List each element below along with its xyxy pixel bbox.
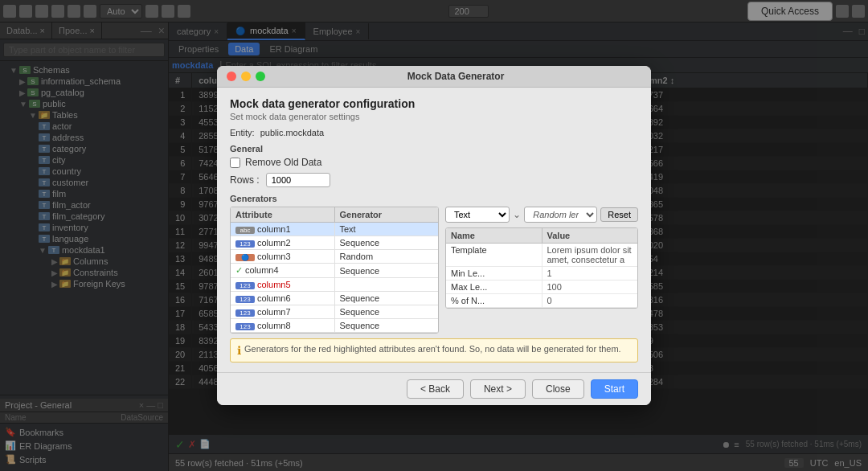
- param-name: Template: [446, 244, 542, 266]
- remove-old-data-row: Remove Old Data: [230, 157, 638, 168]
- col-type-icon: 🔵: [235, 254, 255, 261]
- col-type-icon: 123: [235, 309, 255, 317]
- modal-header: Mock data generator configuration: [230, 97, 638, 110]
- check-icon: ✓: [235, 265, 243, 275]
- params-col-value: Value: [542, 228, 638, 243]
- generators-area: Attribute Generator abccolumn1 Text 123c…: [230, 207, 638, 334]
- gen-row-column2[interactable]: 123column2 Sequence: [231, 236, 438, 250]
- gen-cell-gen: Sequence: [335, 236, 439, 249]
- modal-title: Mock Data Generator: [270, 71, 641, 82]
- param-name: Max Le...: [446, 281, 542, 293]
- gen-cell-gen: Sequence: [335, 264, 439, 277]
- modal-minimize-btn[interactable]: [241, 72, 251, 81]
- generator-table: Attribute Generator abccolumn1 Text 123c…: [230, 207, 439, 334]
- gen-table-header: Attribute Generator: [231, 207, 438, 223]
- param-value[interactable]: Lorem ipsum dolor sit amet, consectetur …: [542, 244, 638, 266]
- remove-old-data-label: Remove Old Data: [245, 157, 321, 168]
- modal-footer: < Back Next > Close Start: [217, 372, 651, 405]
- gen-cell-gen: Sequence: [335, 305, 439, 318]
- param-row-pctn: % of N... 0: [446, 294, 637, 308]
- modal-close-btn[interactable]: [227, 72, 236, 81]
- back-button[interactable]: < Back: [407, 379, 464, 399]
- gen-cell-attr: 123column6: [231, 292, 335, 305]
- col-type-icon: 123: [235, 323, 255, 330]
- gen-cell-attr: ✓column4: [231, 264, 335, 277]
- generators-label: Generators: [230, 194, 638, 203]
- gen-col-generator: Generator: [335, 207, 439, 222]
- close-button[interactable]: Close: [532, 379, 584, 399]
- chevron-icon: ⌄: [513, 209, 521, 220]
- reset-button[interactable]: Reset: [600, 207, 638, 222]
- col-type-icon: abc: [235, 227, 255, 234]
- param-value[interactable]: 100: [542, 281, 638, 293]
- params-table: Name Value Template Lorem ipsum dolor si…: [445, 227, 638, 309]
- param-row-maxle: Max Le... 100: [446, 281, 637, 294]
- modal-dialog: Mock Data Generator Mock data generator …: [217, 66, 651, 405]
- entity-label: Entity:: [230, 128, 255, 137]
- modal-entity: Entity: public.mockdata: [230, 128, 638, 137]
- next-button[interactable]: Next >: [470, 379, 526, 399]
- general-section-label: General: [230, 144, 638, 154]
- gen-cell-gen: [335, 283, 439, 286]
- gen-row-column4[interactable]: ✓column4 Sequence: [231, 264, 438, 278]
- params-col-name: Name: [446, 228, 542, 243]
- warning-text: Generators for the red highlighted attri…: [244, 344, 621, 354]
- entity-value: public.mockdata: [260, 128, 325, 137]
- warning-icon: ℹ: [237, 344, 241, 357]
- gen-type-select[interactable]: Text: [445, 207, 510, 223]
- gen-row-column8[interactable]: 123column8 Sequence: [231, 319, 438, 333]
- gen-cell-attr: 123column7: [231, 305, 335, 318]
- param-value[interactable]: 0: [542, 294, 638, 307]
- gen-row-column7[interactable]: 123column7 Sequence: [231, 305, 438, 319]
- param-row-template: Template Lorem ipsum dolor sit amet, con…: [446, 244, 637, 267]
- param-name: % of N...: [446, 294, 542, 307]
- modal-body: Mock data generator configuration Set mo…: [217, 88, 651, 372]
- modal-subheader: Set mock data generator settings: [230, 112, 638, 121]
- gen-cell-gen: Text: [335, 223, 439, 236]
- right-panel: Text ⌄ Random ler Reset Name Value: [445, 207, 638, 334]
- gen-cell-attr: 123column5: [231, 278, 335, 291]
- col-type-icon: 123: [235, 296, 255, 303]
- modal-overlay: Mock Data Generator Mock data generator …: [0, 0, 868, 471]
- gen-name-select[interactable]: Random ler: [524, 207, 597, 223]
- modal-maximize-btn[interactable]: [256, 72, 265, 81]
- col-type-icon: 123: [235, 240, 255, 248]
- gen-cell-attr: 123column2: [231, 236, 335, 249]
- modal-titlebar: Mock Data Generator: [217, 66, 651, 88]
- gen-row-column1[interactable]: abccolumn1 Text: [231, 223, 438, 236]
- param-row-minle: Min Le... 1: [446, 267, 637, 281]
- remove-old-data-checkbox[interactable]: [230, 158, 240, 168]
- gen-type-row: Text ⌄ Random ler Reset: [445, 207, 638, 223]
- param-name: Min Le...: [446, 267, 542, 280]
- param-value[interactable]: 1: [542, 267, 638, 280]
- start-button[interactable]: Start: [591, 379, 638, 399]
- col-type-icon: 123: [235, 282, 255, 289]
- gen-cell-attr: 123column8: [231, 319, 335, 332]
- gen-cell-gen: Sequence: [335, 292, 439, 305]
- gen-cell-attr: 🔵column3: [231, 250, 335, 263]
- gen-col-attr: Attribute: [231, 207, 335, 222]
- gen-row-column5[interactable]: 123column5: [231, 278, 438, 292]
- rows-input[interactable]: [266, 173, 330, 187]
- rows-row: Rows :: [230, 173, 638, 187]
- params-header: Name Value: [446, 228, 637, 244]
- gen-cell-attr: abccolumn1: [231, 223, 335, 236]
- gen-row-column3[interactable]: 🔵column3 Random: [231, 250, 438, 264]
- gen-row-column6[interactable]: 123column6 Sequence: [231, 292, 438, 305]
- gen-cell-gen: Sequence: [335, 319, 439, 332]
- rows-label: Rows :: [230, 174, 260, 186]
- gen-cell-gen: Random: [335, 250, 439, 263]
- warning-row: ℹ Generators for the red highlighted att…: [230, 338, 638, 362]
